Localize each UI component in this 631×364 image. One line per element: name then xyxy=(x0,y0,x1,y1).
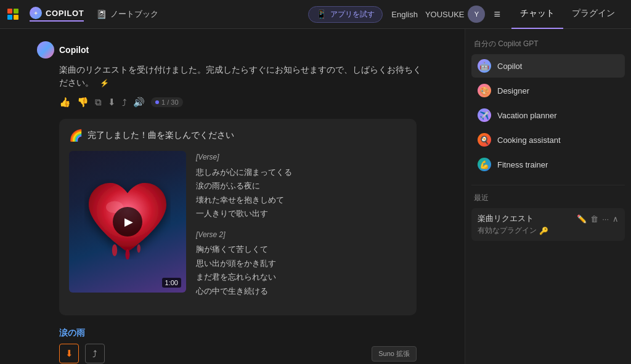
notebook-nav[interactable]: 📓 ノートブック xyxy=(96,9,158,20)
notebook-label: ノートブック xyxy=(110,9,158,20)
recent-item-sub: 有効なプラグイン 🔑 xyxy=(478,225,619,236)
verse1-line2: 涙の雨がふる夜に xyxy=(196,179,407,193)
sidebar-divider xyxy=(471,185,625,185)
lightning-icon: ⚡ xyxy=(100,79,109,87)
verse2-section: [Verse 2] 胸が痛くて苦しくて 思い出が頭をかき乱す まだ君を忘れられな… xyxy=(196,229,407,299)
verse1-line1: 悲しみが心に溜まってくる xyxy=(196,166,407,180)
recent-item-title: 楽曲リクエスト xyxy=(478,213,534,224)
message-header: Copilot xyxy=(37,41,428,59)
verse1-line3: 壊れた幸せを抱きしめて xyxy=(196,193,407,208)
chevron-up-icon[interactable]: ∧ xyxy=(613,214,619,224)
avatar: Y xyxy=(468,6,485,23)
counter-dot xyxy=(155,100,159,104)
try-app-label: アプリを試す xyxy=(330,9,375,20)
rainbow-icon: 🌈 xyxy=(69,129,83,142)
fitness-label: Fitness trainer xyxy=(497,160,619,169)
language-selector[interactable]: English xyxy=(391,10,418,19)
verse2-label: [Verse 2] xyxy=(196,229,407,242)
song-controls: ⬇ ⤴ xyxy=(59,344,105,363)
song-controls-wrapper: ⬇ ⤴ Suno 拡張 xyxy=(59,344,417,363)
sidebar-item-copilot[interactable]: 🤖 Copilot xyxy=(471,54,625,78)
fitness-icon: 💪 xyxy=(478,158,491,171)
brand-label: COPILOT xyxy=(46,9,84,18)
vacation-icon: ✈️ xyxy=(478,108,491,122)
copilot-label: Copilot xyxy=(497,62,619,71)
username: YOUSUKE xyxy=(425,10,465,19)
cooking-label: Cooking assistant xyxy=(497,135,619,145)
top-navigation: ✦ COPILOT 📓 ノートブック 📱 アプリを試す English YOUS… xyxy=(0,0,631,29)
play-icon: ▶ xyxy=(124,215,133,229)
recent-item-header: 楽曲リクエスト ✏️ 🗑 ··· ∧ xyxy=(478,213,619,224)
copilot-avatar xyxy=(37,41,54,59)
download-icon[interactable]: ⬇ xyxy=(108,97,116,108)
notebook-icon: 📓 xyxy=(96,9,107,19)
copilot-message: Copilot 楽曲のリクエストを受け付けました。完成したらすぐにお知らせますの… xyxy=(37,41,428,363)
trash-icon[interactable]: 🗑 xyxy=(590,214,598,224)
thumbs-down-icon[interactable]: 👎 xyxy=(77,97,89,108)
music-card-body: ▶ 1:00 [Verse] 悲しみが心に溜まってくる 涙の雨がふる夜に 壊れた… xyxy=(69,151,407,305)
suno-badge: Suno 拡張 xyxy=(372,346,417,362)
more-icon[interactable]: ··· xyxy=(602,214,609,224)
verse1-label: [Verse] xyxy=(196,151,407,164)
microsoft-logo xyxy=(7,9,18,20)
verse1-section: [Verse] 悲しみが心に溜まってくる 涙の雨がふる夜に 壊れた幸せを抱きしめ… xyxy=(196,151,407,221)
song-info: 涙の雨 ⬇ ⤴ Suno 拡張 xyxy=(59,328,428,363)
sender-name: Copilot xyxy=(59,45,89,55)
verse2-line3: まだ君を忘れられない xyxy=(196,270,407,285)
sound-icon[interactable]: 🔊 xyxy=(133,97,145,108)
card-header-text: 完了しました！曲を楽しんでください xyxy=(88,130,234,141)
main-content: Copilot 楽曲のリクエストを受け付けました。完成したらすぐにお知らせますの… xyxy=(0,29,631,364)
counter-badge: 1 / 30 xyxy=(151,97,183,107)
message-actions: 👍 👎 ⧉ ⬇ ⤴ 🔊 1 / 30 xyxy=(37,97,428,108)
svg-point-0 xyxy=(112,244,117,256)
sidebar: 自分の Copilot GPT 🤖 Copilot 🎨 Designer ✈️ … xyxy=(465,29,631,364)
recent-item-song-request[interactable]: 楽曲リクエスト ✏️ 🗑 ··· ∧ 有効なプラグイン 🔑 xyxy=(471,208,625,241)
sidebar-item-designer[interactable]: 🎨 Designer xyxy=(471,79,625,102)
key-icon: 🔑 xyxy=(539,227,548,235)
copilot-icon: 🤖 xyxy=(478,59,491,73)
menu-icon[interactable]: ≡ xyxy=(494,8,500,21)
designer-label: Designer xyxy=(497,86,619,95)
try-app-button[interactable]: 📱 アプリを試す xyxy=(308,6,383,23)
recent-item-actions: ✏️ 🗑 ··· ∧ xyxy=(577,214,619,224)
music-card: 🌈 完了しました！曲を楽しんでください xyxy=(59,119,417,315)
sidebar-item-cooking[interactable]: 🍳 Cooking assistant xyxy=(471,128,625,152)
music-lyrics: [Verse] 悲しみが心に溜まってくる 涙の雨がふる夜に 壊れた幸せを抱きしめ… xyxy=(196,151,407,305)
user-profile[interactable]: YOUSUKE Y xyxy=(425,6,486,23)
vacation-label: Vacation planner xyxy=(497,111,619,120)
song-title: 涙の雨 xyxy=(59,328,428,339)
nav-tabs: チャット プラグイン xyxy=(511,0,624,29)
verse1-line4: 一人きりで歌い出す xyxy=(196,207,407,221)
tab-plugin[interactable]: プラグイン xyxy=(563,0,624,29)
sidebar-section-my-copilot: 自分の Copilot GPT xyxy=(471,39,625,49)
sidebar-item-vacation[interactable]: ✈️ Vacation planner xyxy=(471,103,625,127)
copilot-brand[interactable]: ✦ COPILOT xyxy=(30,7,84,22)
copy-icon[interactable]: ⧉ xyxy=(95,97,102,108)
ms-grid-icon xyxy=(7,9,18,20)
svg-point-2 xyxy=(137,244,140,253)
cooking-icon: 🍳 xyxy=(478,133,491,147)
chat-area: Copilot 楽曲のリクエストを受け付けました。完成したらすぐにお知らせますの… xyxy=(0,29,465,364)
sidebar-item-fitness[interactable]: 💪 Fitness trainer xyxy=(471,153,625,176)
verse2-line1: 胸が痛くて苦しくて xyxy=(196,243,407,257)
download-button[interactable]: ⬇ xyxy=(59,344,79,363)
verse2-line4: 心の中で生き続ける xyxy=(196,285,407,299)
music-card-header: 🌈 完了しました！曲を楽しんでください xyxy=(69,129,407,142)
sidebar-section-recent: 最近 xyxy=(471,193,625,203)
share-icon[interactable]: ⤴ xyxy=(122,97,127,108)
try-app-icon: 📱 xyxy=(316,9,327,19)
svg-point-1 xyxy=(126,249,130,260)
designer-icon: 🎨 xyxy=(478,84,491,97)
copilot-icon: ✦ xyxy=(30,7,42,19)
verse2-line2: 思い出が頭をかき乱す xyxy=(196,257,407,271)
play-button[interactable]: ▶ xyxy=(113,207,142,237)
thumbs-up-icon[interactable]: 👍 xyxy=(59,97,71,108)
message-text: 楽曲のリクエストを受け付けました。完成したらすぐにお知らせますので、しばらくお待… xyxy=(37,63,428,89)
music-thumbnail: ▶ 1:00 xyxy=(69,151,186,293)
share-button[interactable]: ⤴ xyxy=(85,344,105,363)
edit-icon[interactable]: ✏️ xyxy=(577,214,587,224)
time-badge: 1:00 xyxy=(162,278,181,288)
tab-chat[interactable]: チャット xyxy=(511,0,563,29)
